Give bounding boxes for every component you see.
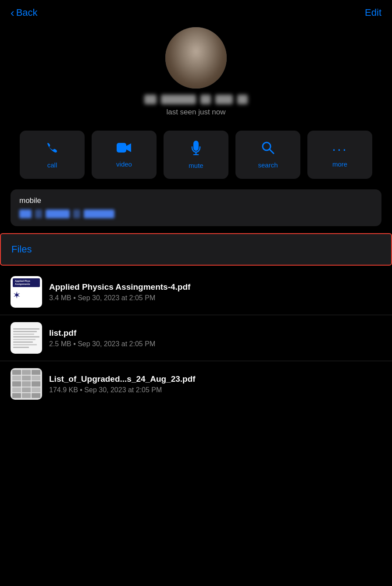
file-list: Applied PhysAssignments ✶ Applied Physic…	[0, 269, 392, 407]
back-label: Back	[16, 7, 38, 18]
file-thumbnail-1: Applied PhysAssignments ✶	[11, 276, 42, 308]
actions-row: call video mute search	[0, 124, 392, 186]
phone-blur-1	[19, 210, 32, 218]
phone-blur-3	[46, 210, 70, 218]
file-meta-2: 2.5 MB • Sep 30, 2023 at 2:05 PM	[49, 340, 381, 348]
name-blur-3	[200, 95, 211, 104]
phone-blur-2	[35, 210, 42, 218]
file-meta-3: 174.9 KB • Sep 30, 2023 at 2:05 PM	[49, 386, 381, 394]
edit-button[interactable]: Edit	[365, 7, 381, 18]
files-label: Files	[11, 244, 32, 255]
back-button[interactable]: ‹ Back	[11, 7, 38, 18]
call-label: call	[47, 161, 57, 169]
phone-blur-5	[84, 210, 114, 218]
name-blur-2	[161, 95, 196, 104]
file-info-3: List_of_Upgraded...s_24_Aug_23.pdf 174.9…	[49, 374, 381, 394]
svg-rect-0	[117, 143, 126, 153]
video-icon	[116, 142, 132, 156]
file-thumbnail-2	[11, 322, 42, 354]
search-icon	[261, 141, 275, 157]
more-icon: ···	[332, 142, 348, 156]
file-name-2: list.pdf	[49, 328, 381, 339]
video-label: video	[116, 160, 132, 168]
phone-number-blurred	[19, 210, 373, 218]
edit-label: Edit	[365, 7, 381, 18]
header: ‹ Back Edit	[0, 0, 392, 23]
file-item[interactable]: List_of_Upgraded...s_24_Aug_23.pdf 174.9…	[0, 361, 392, 407]
contact-name-blurred	[144, 95, 248, 104]
mute-label: mute	[189, 162, 203, 169]
file-info-2: list.pdf 2.5 MB • Sep 30, 2023 at 2:05 P…	[49, 328, 381, 348]
avatar	[165, 27, 227, 89]
more-label: more	[332, 160, 347, 168]
search-button[interactable]: search	[235, 131, 300, 179]
name-blur-1	[144, 95, 157, 104]
mobile-label: mobile	[19, 196, 373, 205]
search-label: search	[258, 161, 278, 169]
file-item[interactable]: list.pdf 2.5 MB • Sep 30, 2023 at 2:05 P…	[0, 315, 392, 361]
svg-line-4	[270, 149, 274, 154]
back-chevron-icon: ‹	[11, 7, 14, 18]
mute-button[interactable]: mute	[164, 131, 228, 179]
more-button[interactable]: ··· more	[307, 131, 372, 179]
last-seen-status: last seen just now	[166, 108, 225, 117]
name-blur-5	[237, 95, 248, 104]
phone-blur-4	[73, 210, 80, 218]
file-thumbnail-3	[11, 368, 42, 400]
file-name-1: Applied Physics Assingments-4.pdf	[49, 282, 381, 293]
video-button[interactable]: video	[92, 131, 157, 179]
mute-icon	[190, 140, 202, 157]
mobile-section: mobile	[11, 189, 381, 226]
call-button[interactable]: call	[20, 131, 85, 179]
avatar-section: last seen just now	[0, 23, 392, 124]
file-name-3: List_of_Upgraded...s_24_Aug_23.pdf	[49, 374, 381, 385]
file-meta-1: 3.4 MB • Sep 30, 2023 at 2:05 PM	[49, 294, 381, 302]
files-section[interactable]: Files	[0, 233, 392, 266]
file-item[interactable]: Applied PhysAssignments ✶ Applied Physic…	[0, 269, 392, 315]
name-blur-4	[215, 95, 233, 104]
file-info-1: Applied Physics Assingments-4.pdf 3.4 MB…	[49, 282, 381, 302]
call-icon	[45, 141, 59, 157]
avatar-image	[165, 27, 227, 89]
